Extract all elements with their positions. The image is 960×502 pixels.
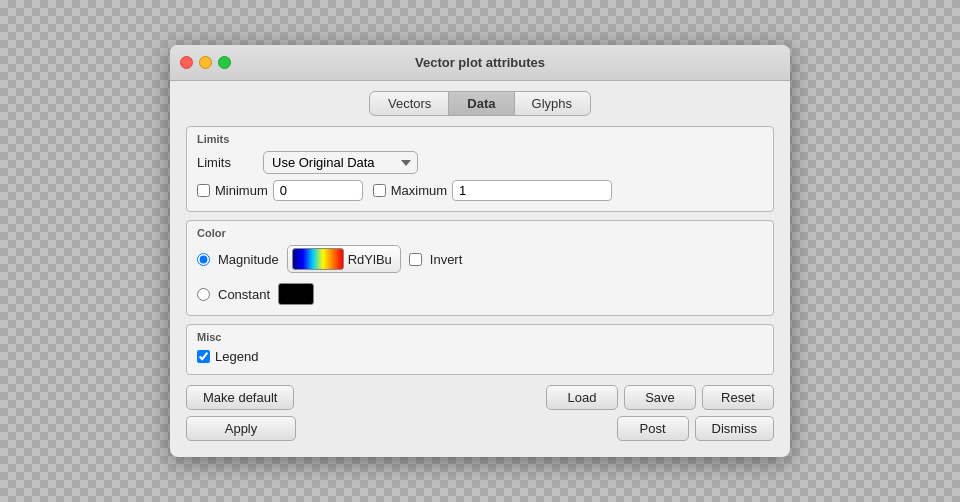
constant-label: Constant — [218, 287, 270, 302]
colormap-button[interactable]: RdYlBu — [287, 245, 401, 273]
titlebar: Vector plot attributes — [170, 45, 790, 81]
window-controls — [180, 56, 231, 69]
maximize-button[interactable] — [218, 56, 231, 69]
color-heading: Color — [197, 227, 763, 239]
minimum-group: Minimum — [197, 180, 363, 201]
colormap-swatch — [292, 248, 344, 270]
main-window: Vector plot attributes Vectors Data Glyp… — [170, 45, 790, 457]
save-button[interactable]: Save — [624, 385, 696, 410]
minimize-button[interactable] — [199, 56, 212, 69]
constant-color-swatch[interactable] — [278, 283, 314, 305]
close-button[interactable] — [180, 56, 193, 69]
minimum-checkbox[interactable] — [197, 184, 210, 197]
magnitude-radio[interactable] — [197, 253, 210, 266]
post-button[interactable]: Post — [617, 416, 689, 441]
load-button[interactable]: Load — [546, 385, 618, 410]
maximum-group: Maximum — [373, 180, 612, 201]
invert-checkbox[interactable] — [409, 253, 422, 266]
limits-select[interactable]: Use Original Data Use Actual Data Use Sp… — [263, 151, 418, 174]
right-buttons-row1: Load Save Reset — [546, 385, 774, 410]
bottom-buttons-row1: Make default Load Save Reset — [186, 385, 774, 410]
minimum-label: Minimum — [215, 183, 268, 198]
right-buttons-row2: Post Dismiss — [617, 416, 775, 441]
reset-button[interactable]: Reset — [702, 385, 774, 410]
magnitude-label: Magnitude — [218, 252, 279, 267]
left-buttons-row2: Apply — [186, 416, 296, 441]
dismiss-button[interactable]: Dismiss — [695, 416, 775, 441]
limits-label: Limits — [197, 155, 257, 170]
make-default-button[interactable]: Make default — [186, 385, 294, 410]
legend-label: Legend — [215, 349, 258, 364]
window-body: Vectors Data Glyphs Limits Limits Use Or… — [170, 81, 790, 457]
invert-label: Invert — [430, 252, 463, 267]
bottom-buttons-row2: Apply Post Dismiss — [186, 416, 774, 441]
magnitude-row: Magnitude RdYlBu Invert — [197, 245, 763, 273]
left-buttons-row1: Make default — [186, 385, 294, 410]
limits-row: Limits Use Original Data Use Actual Data… — [197, 151, 763, 174]
maximum-input[interactable] — [452, 180, 612, 201]
tab-vectors[interactable]: Vectors — [369, 91, 450, 116]
misc-heading: Misc — [197, 331, 763, 343]
maximum-checkbox[interactable] — [373, 184, 386, 197]
min-max-row: Minimum Maximum — [197, 180, 763, 201]
tab-glyphs[interactable]: Glyphs — [513, 91, 591, 116]
limits-section: Limits Limits Use Original Data Use Actu… — [186, 126, 774, 212]
color-section: Color Magnitude RdYlBu Invert Constant — [186, 220, 774, 316]
misc-section: Misc Legend — [186, 324, 774, 375]
constant-radio[interactable] — [197, 288, 210, 301]
limits-heading: Limits — [197, 133, 763, 145]
legend-checkbox[interactable] — [197, 350, 210, 363]
tab-bar: Vectors Data Glyphs — [186, 91, 774, 116]
colormap-name: RdYlBu — [348, 252, 392, 267]
apply-button[interactable]: Apply — [186, 416, 296, 441]
window-title: Vector plot attributes — [415, 55, 545, 70]
tab-data[interactable]: Data — [448, 91, 514, 116]
legend-row: Legend — [197, 349, 763, 364]
maximum-label: Maximum — [391, 183, 447, 198]
constant-row: Constant — [197, 283, 763, 305]
minimum-input[interactable] — [273, 180, 363, 201]
